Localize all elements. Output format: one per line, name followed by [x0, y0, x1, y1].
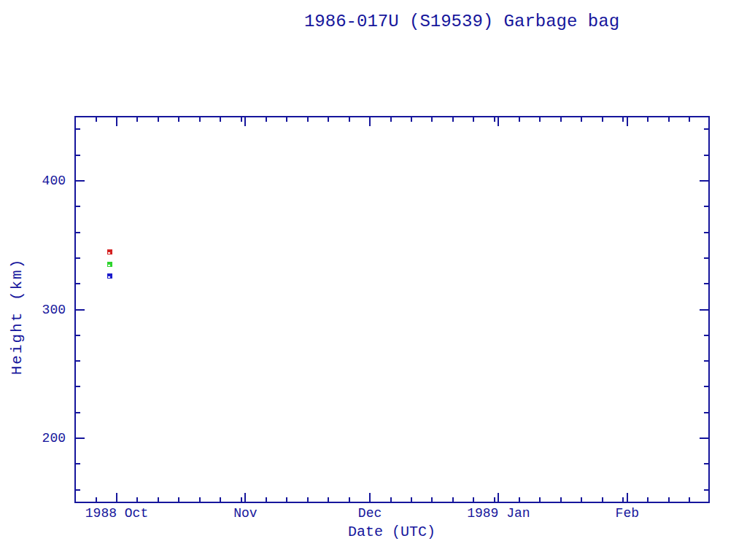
x-minor-tick — [411, 117, 412, 122]
y-minor-tick — [704, 463, 708, 464]
x-minor-tick — [622, 497, 624, 502]
x-tick-label: Feb — [616, 506, 639, 521]
x-minor-tick — [349, 117, 350, 122]
x-minor-tick — [158, 117, 159, 122]
x-minor-tick — [689, 117, 690, 122]
x-minor-tick — [390, 117, 392, 122]
x-minor-tick — [286, 117, 287, 122]
x-minor-tick — [647, 117, 649, 122]
x-minor-tick — [519, 117, 520, 122]
x-minor-tick — [286, 497, 287, 502]
y-minor-tick — [76, 128, 80, 130]
x-minor-tick — [328, 117, 329, 122]
x-major-tick — [116, 117, 117, 126]
x-minor-tick — [158, 497, 159, 502]
y-minor-tick — [704, 386, 708, 387]
y-minor-tick — [76, 335, 80, 336]
y-major-tick — [700, 309, 708, 311]
y-major-tick — [76, 180, 85, 182]
x-minor-tick — [647, 497, 649, 502]
y-minor-tick — [704, 257, 708, 259]
y-tick-label: 200 — [20, 430, 66, 446]
marker-notch — [108, 252, 110, 254]
x-tick-label: 1989 Jan — [467, 506, 530, 521]
x-minor-tick — [411, 497, 412, 502]
x-major-tick — [116, 493, 117, 502]
y-minor-tick — [704, 283, 708, 284]
x-major-tick — [627, 493, 628, 502]
y-minor-tick — [76, 283, 80, 284]
x-minor-tick — [96, 117, 97, 122]
x-minor-tick — [220, 497, 221, 502]
plot-area — [74, 116, 710, 503]
y-minor-tick — [704, 360, 708, 362]
x-major-tick — [244, 117, 246, 126]
y-minor-tick — [76, 386, 80, 387]
x-minor-tick — [473, 117, 474, 122]
y-minor-tick — [704, 489, 708, 491]
x-minor-tick — [96, 497, 97, 502]
x-minor-tick — [452, 497, 454, 502]
y-minor-tick — [76, 257, 80, 259]
x-major-tick — [498, 117, 499, 126]
x-minor-tick — [581, 117, 582, 122]
x-minor-tick — [689, 497, 690, 502]
x-minor-tick — [452, 117, 454, 122]
y-minor-tick — [76, 206, 80, 207]
x-minor-tick — [136, 497, 138, 502]
x-minor-tick — [581, 497, 582, 502]
x-minor-tick — [266, 117, 267, 122]
x-minor-tick — [519, 497, 520, 502]
x-minor-tick — [241, 117, 242, 122]
data-point-red — [107, 249, 112, 254]
x-minor-tick — [178, 117, 179, 122]
y-minor-tick — [704, 232, 708, 233]
x-minor-tick — [266, 497, 267, 502]
y-minor-tick — [76, 463, 80, 464]
x-minor-tick — [494, 117, 495, 122]
x-minor-tick — [199, 117, 201, 122]
x-minor-tick — [539, 117, 541, 122]
y-minor-tick — [704, 412, 708, 413]
x-minor-tick — [431, 117, 433, 122]
y-tick-label: 400 — [20, 173, 66, 189]
y-minor-tick — [704, 335, 708, 336]
y-minor-tick — [76, 232, 80, 233]
x-minor-tick — [602, 497, 603, 502]
x-tick-label: 1988 Oct — [85, 506, 148, 521]
y-major-tick — [76, 438, 85, 439]
data-point-blue — [107, 273, 112, 279]
y-major-tick — [700, 438, 708, 439]
y-major-tick — [76, 309, 85, 311]
satellite-height-decay-chart: 1986-017U (S19539) Garbage bag Height (k… — [0, 0, 747, 560]
x-minor-tick — [473, 497, 474, 502]
y-minor-tick — [76, 412, 80, 413]
y-minor-tick — [704, 206, 708, 207]
x-minor-tick — [307, 497, 309, 502]
x-minor-tick — [431, 497, 433, 502]
x-minor-tick — [178, 497, 179, 502]
x-major-tick — [369, 493, 371, 502]
y-minor-tick — [76, 489, 80, 491]
x-minor-tick — [494, 497, 495, 502]
x-tick-label: Dec — [358, 506, 382, 521]
marker-notch — [108, 276, 110, 278]
x-tick-label: Nov — [233, 506, 257, 521]
x-minor-tick — [539, 497, 541, 502]
x-major-tick — [244, 493, 246, 502]
x-minor-tick — [241, 497, 242, 502]
x-minor-tick — [328, 497, 329, 502]
marker-notch — [108, 265, 110, 266]
data-point-green — [107, 262, 112, 267]
y-major-tick — [700, 180, 708, 182]
x-minor-tick — [220, 117, 221, 122]
x-minor-tick — [307, 117, 309, 122]
x-minor-tick — [390, 497, 392, 502]
x-major-tick — [498, 493, 499, 502]
x-minor-tick — [560, 117, 562, 122]
x-minor-tick — [136, 117, 138, 122]
x-minor-tick — [622, 117, 624, 122]
x-minor-tick — [668, 117, 670, 122]
x-minor-tick — [199, 497, 201, 502]
chart-title: 1986-017U (S19539) Garbage bag — [304, 12, 619, 31]
